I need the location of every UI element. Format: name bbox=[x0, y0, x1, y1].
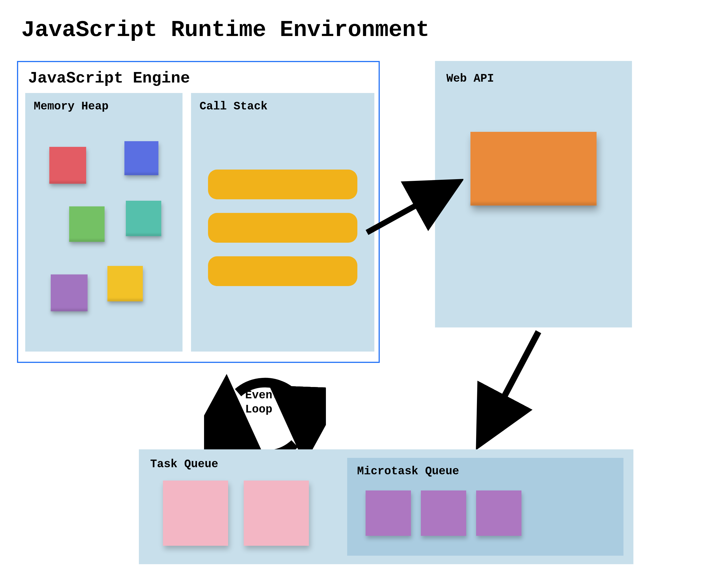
web-api-panel: Web API bbox=[435, 61, 632, 328]
heap-note-blue bbox=[125, 141, 158, 175]
svg-line-3 bbox=[485, 332, 539, 434]
heap-note-green bbox=[69, 206, 105, 242]
heap-note-teal bbox=[126, 201, 161, 236]
diagram-title: JavaScript Runtime Environment bbox=[21, 17, 429, 43]
engine-panels: Memory Heap Call Stack bbox=[25, 93, 372, 352]
microtask-queue-label: Microtask Queue bbox=[357, 465, 613, 478]
arrow-webapi-to-microtask bbox=[465, 326, 556, 451]
engine-title: JavaScript Engine bbox=[28, 69, 372, 87]
memory-heap-panel: Memory Heap bbox=[25, 93, 182, 352]
heap-note-yellow bbox=[107, 266, 143, 301]
event-loop-label: Event Loop bbox=[245, 388, 279, 417]
task-note bbox=[163, 481, 228, 546]
call-stack-frames bbox=[208, 170, 357, 286]
memory-heap-label: Memory Heap bbox=[34, 100, 174, 113]
task-queue-items bbox=[163, 481, 309, 546]
heap-note-red bbox=[49, 147, 86, 184]
event-loop-label-line2: Loop bbox=[245, 403, 273, 416]
call-stack-panel: Call Stack bbox=[191, 93, 374, 352]
arrow-callstack-to-webapi bbox=[364, 176, 463, 241]
stack-frame bbox=[208, 170, 357, 199]
queues-panel: Task Queue Microtask Queue bbox=[139, 449, 633, 564]
task-note bbox=[244, 481, 309, 546]
microtask-note bbox=[476, 490, 521, 536]
event-loop-label-line1: Event bbox=[245, 389, 279, 402]
microtask-note bbox=[421, 490, 466, 536]
web-api-label: Web API bbox=[447, 72, 621, 85]
web-api-card bbox=[471, 132, 596, 206]
stack-frame bbox=[208, 256, 357, 286]
microtask-queue-panel: Microtask Queue bbox=[347, 458, 624, 556]
svg-line-1 bbox=[367, 187, 449, 232]
microtask-queue-items bbox=[366, 490, 521, 536]
stack-frame bbox=[208, 213, 357, 243]
engine-box: JavaScript Engine Memory Heap Call Stack bbox=[17, 61, 380, 363]
microtask-note bbox=[366, 490, 411, 536]
heap-note-purple bbox=[51, 274, 88, 311]
call-stack-label: Call Stack bbox=[199, 100, 366, 113]
